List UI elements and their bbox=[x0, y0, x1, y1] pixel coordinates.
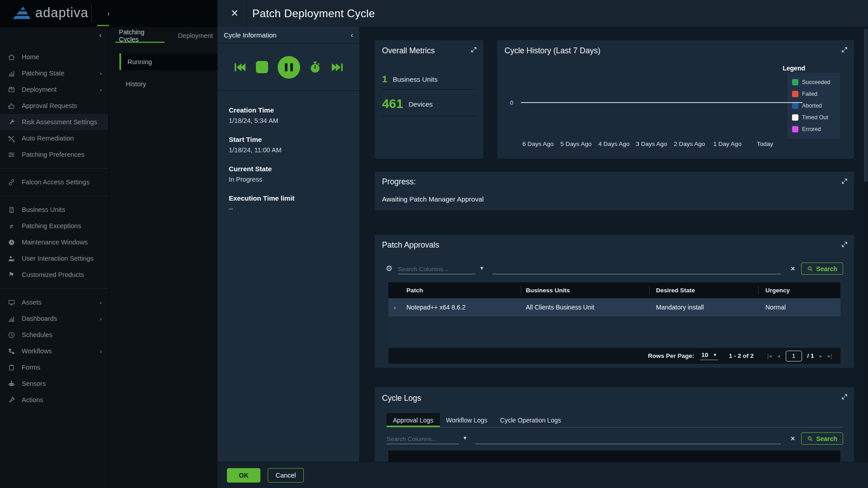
search-value-input[interactable] bbox=[476, 433, 781, 444]
tab-patching-cycles[interactable]: Patching Cycles bbox=[114, 27, 165, 44]
x-axis-label: 1 Day Ago bbox=[707, 141, 748, 147]
wrench-icon bbox=[7, 118, 15, 126]
patch-approvals-title: Patch Approvals bbox=[375, 235, 854, 250]
ok-button[interactable]: OK bbox=[227, 468, 260, 483]
cycles-list-item-running[interactable]: Running bbox=[119, 53, 217, 70]
legend-label: Timed Out bbox=[802, 114, 828, 121]
sidebar-item-patching-exceptions[interactable]: ≠ Patching Exceptions bbox=[0, 218, 108, 234]
expand-icon[interactable] bbox=[841, 241, 848, 248]
page-number-input[interactable] bbox=[786, 351, 802, 361]
patch-approvals-card: Patch Approvals ⚙ Search Columns... ▼ × … bbox=[375, 235, 854, 368]
skip-to-end-button[interactable] bbox=[330, 61, 344, 73]
field-creation-time: Creation Time 1/18/24, 5:34 AM bbox=[229, 106, 359, 124]
sidebar-item-forms[interactable]: Forms bbox=[0, 359, 108, 375]
tab-label: Cycle Operation Logs bbox=[500, 417, 561, 424]
sidebar-item-label: Falcon Access Settings bbox=[22, 178, 102, 186]
expand-icon[interactable] bbox=[841, 46, 848, 53]
search-value-input[interactable] bbox=[492, 263, 781, 274]
expand-icon[interactable] bbox=[470, 46, 477, 53]
sidebar-item-assets[interactable]: Assets › bbox=[0, 294, 108, 310]
collapse-left-icon[interactable]: ‹ bbox=[351, 31, 353, 39]
table-pagination-bar: Rows Per Page: 10 ▼ 1 - 2 of 2 |◂ ◂ / 1 … bbox=[388, 348, 840, 364]
sidebar-item-schedules[interactable]: Schedules bbox=[0, 327, 108, 343]
cycles-list-item-history[interactable]: History bbox=[119, 75, 217, 92]
sidebar-item-label: Risk Assessment Settings bbox=[22, 118, 102, 126]
cycle-controls bbox=[217, 44, 359, 91]
sidebar-item-risk-assessment-settings[interactable]: Risk Assessment Settings bbox=[0, 114, 108, 130]
vertical-scrollbar[interactable] bbox=[863, 27, 868, 462]
sidebar-item-actions[interactable]: Actions bbox=[0, 392, 108, 408]
next-page-icon[interactable]: ▸ bbox=[820, 352, 823, 359]
progress-title: Progress: bbox=[375, 172, 854, 187]
sidebar-item-patching-state[interactable]: Patching State › bbox=[0, 65, 108, 81]
sidebar-item-falcon-access-settings[interactable]: Falcon Access Settings bbox=[0, 174, 108, 190]
skip-to-start-button[interactable] bbox=[233, 61, 247, 73]
gear-icon[interactable]: ⚙ bbox=[386, 264, 392, 273]
tab-deployment[interactable]: Deployment bbox=[174, 27, 217, 44]
rows-per-page-select[interactable]: 10 ▼ bbox=[700, 352, 718, 360]
field-label: Execution Time limit bbox=[229, 194, 359, 202]
dropdown-caret-icon[interactable]: ▼ bbox=[462, 435, 467, 441]
pagination-nav: |◂ ◂ / 1 ▸ ▸| bbox=[767, 351, 832, 361]
tab-cycle-operation-logs[interactable]: Cycle Operation Logs bbox=[494, 413, 567, 427]
sidebar-collapse-icon[interactable]: ‹ bbox=[99, 31, 102, 40]
pause-button[interactable] bbox=[278, 56, 300, 79]
page-total: / 1 bbox=[807, 352, 814, 359]
scrollbar-thumb[interactable] bbox=[864, 28, 868, 182]
clipboard-icon bbox=[7, 363, 15, 371]
sidebar-item-approval-requests[interactable]: Approval Requests bbox=[0, 98, 108, 114]
tab-workflow-logs[interactable]: Workflow Logs bbox=[440, 413, 494, 427]
timer-button[interactable] bbox=[309, 61, 321, 74]
sidebar-item-customized-products[interactable]: ⚑ Customized Products bbox=[0, 267, 108, 283]
column-header-business-units[interactable]: Business Units bbox=[521, 282, 650, 298]
sidebar-item-dashboards[interactable]: Dashboards › bbox=[0, 310, 108, 327]
tab-label: Workflow Logs bbox=[446, 417, 488, 424]
search-button[interactable]: Search bbox=[801, 432, 843, 445]
row-expand-icon[interactable]: › bbox=[394, 304, 396, 311]
sidebar-item-workflows[interactable]: Workflows › bbox=[0, 343, 108, 359]
first-page-icon[interactable]: |◂ bbox=[767, 352, 772, 359]
previous-page-icon[interactable]: ◂ bbox=[777, 352, 780, 359]
chart-zero-line bbox=[521, 102, 802, 103]
sidebar-item-business-units[interactable]: Business Units bbox=[0, 202, 108, 218]
sidebar-divider bbox=[0, 196, 108, 196]
expand-icon[interactable] bbox=[841, 393, 848, 400]
search-columns-select[interactable]: Search Columns... bbox=[387, 433, 459, 444]
last-page-icon[interactable]: ▸| bbox=[828, 352, 832, 359]
sidebar-item-patching-preferences[interactable]: Patching Preferences bbox=[0, 146, 108, 163]
sidebar-divider bbox=[0, 288, 108, 289]
sidebar-item-sensors[interactable]: Sensors bbox=[0, 375, 108, 392]
adaptiva-logo-text: adaptiva bbox=[35, 5, 89, 20]
clear-search-icon[interactable]: × bbox=[791, 435, 795, 443]
package-icon bbox=[7, 85, 15, 94]
field-label: Current State bbox=[229, 165, 359, 173]
table-header-row: Patch Business Units Desired State Urgen… bbox=[388, 282, 840, 298]
cycle-information-title: Cycle Information bbox=[224, 31, 277, 39]
sidebar-item-user-interaction-settings[interactable]: User Interaction Settings bbox=[0, 250, 108, 267]
sidebar-item-home[interactable]: Home bbox=[0, 49, 108, 65]
table-row-notepad[interactable]: › Notepad++ x64 8.6.2 All Clients Busine… bbox=[388, 298, 840, 316]
sidebar-item-auto-remediation[interactable]: Auto Remediation bbox=[0, 130, 108, 146]
search-button[interactable]: Search bbox=[801, 263, 843, 275]
close-icon[interactable]: × bbox=[226, 5, 243, 22]
sidebar-item-label: Business Units bbox=[22, 206, 102, 213]
cell-desired-state: Mandatory install bbox=[650, 304, 759, 311]
column-header-desired-state[interactable]: Desired State bbox=[650, 282, 759, 298]
field-value: In Progress bbox=[229, 176, 359, 183]
chevron-right-icon: › bbox=[100, 70, 102, 77]
tab-approval-logs[interactable]: Approval Logs bbox=[387, 413, 440, 427]
dropdown-caret-icon[interactable]: ▼ bbox=[479, 265, 484, 271]
sidebar-item-maintenance-windows[interactable]: Maintenance Windows bbox=[0, 234, 108, 250]
chevron-right-icon: › bbox=[100, 86, 102, 93]
cancel-button[interactable]: Cancel bbox=[268, 468, 304, 483]
expand-icon[interactable] bbox=[841, 178, 848, 185]
stop-button[interactable] bbox=[256, 61, 268, 73]
column-header-patch[interactable]: Patch bbox=[388, 282, 521, 298]
column-header-urgency[interactable]: Urgency bbox=[759, 282, 840, 298]
clear-search-icon[interactable]: × bbox=[791, 265, 795, 273]
legend-label: Aborted bbox=[802, 103, 822, 109]
metric-devices: 461 Devices bbox=[375, 97, 483, 111]
sidebar-item-deployment[interactable]: Deployment › bbox=[0, 81, 108, 98]
search-columns-select[interactable]: Search Columns... bbox=[398, 263, 476, 274]
divider bbox=[382, 116, 476, 116]
